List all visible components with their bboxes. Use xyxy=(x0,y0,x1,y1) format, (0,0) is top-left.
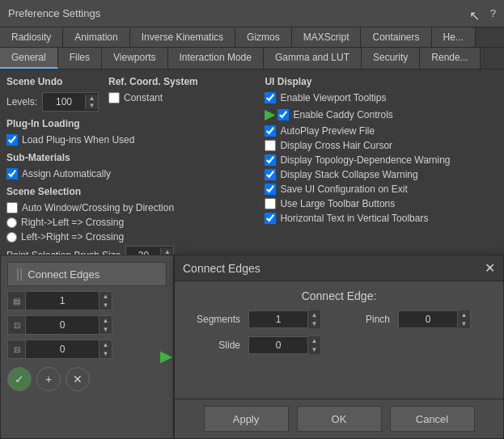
dialog-close-button[interactable]: ✕ xyxy=(485,260,495,276)
save-ui-checkbox[interactable] xyxy=(265,184,276,195)
auto-window-row[interactable]: Auto Window/Crossing by Direction xyxy=(6,202,255,213)
horizontal-text-row[interactable]: Horizontal Text in Vertical Toolbars xyxy=(265,213,498,224)
constant-checkbox-row[interactable]: Constant xyxy=(108,92,198,103)
caddy-controls-checkbox[interactable] xyxy=(277,109,289,120)
crosshair-checkbox[interactable] xyxy=(265,140,276,151)
tab-general[interactable]: General xyxy=(0,48,58,69)
green-arrow-indicator: ▶ xyxy=(160,348,172,365)
seg-up[interactable]: ▲ xyxy=(100,292,112,301)
tab-he[interactable]: He... xyxy=(432,27,476,47)
stack-collapse-checkbox[interactable] xyxy=(265,169,276,180)
confirm-button[interactable]: ✓ xyxy=(7,367,32,391)
ref-coord-section: Ref. Coord. System Constant xyxy=(108,76,198,112)
title-bar: Preference Settings ? ↖ xyxy=(0,0,504,27)
segments-dialog-val: 1 xyxy=(249,314,307,325)
tab-files[interactable]: Files xyxy=(58,48,102,69)
save-ui-row[interactable]: Save UI Configuration on Exit xyxy=(265,184,498,195)
pinch-up[interactable]: ▲ xyxy=(100,316,112,325)
slide-dlg-down[interactable]: ▼ xyxy=(308,345,320,354)
save-ui-label: Save UI Configuration on Exit xyxy=(280,184,407,195)
pinch-dlg-up[interactable]: ▲ xyxy=(458,310,470,319)
segments-spinbox[interactable]: 1 ▲ ▼ xyxy=(248,310,321,328)
cancel-button[interactable]: Cancel xyxy=(390,406,475,432)
pinch-down[interactable]: ▼ xyxy=(100,325,112,334)
drag-handle-icon[interactable]: || xyxy=(16,267,23,281)
autoplay-row[interactable]: AutoPlay Preview File xyxy=(265,125,498,137)
levels-spinbox[interactable]: 100 ▲ ▼ xyxy=(42,92,99,112)
levels-label: Levels: xyxy=(6,96,37,108)
autoplay-label: AutoPlay Preview File xyxy=(280,125,375,137)
radio-right-left-input[interactable] xyxy=(6,217,17,228)
slide-spinbox-panel[interactable]: ⊟ 0 ▲ ▼ xyxy=(7,340,112,359)
radio-left-right[interactable]: Left->Right => Crossing xyxy=(6,231,255,243)
cursor-indicator: ↖ xyxy=(469,8,480,23)
slide-up[interactable]: ▲ xyxy=(100,340,112,349)
connect-edges-dialog: Connect Edges ✕ Connect Edge: Segments 1… xyxy=(174,255,504,439)
auto-window-label: Auto Window/Crossing by Direction xyxy=(22,202,174,213)
dialog-heading: Connect Edge: xyxy=(188,289,490,302)
tab-inverse-kinematics[interactable]: Inverse Kinematics xyxy=(130,27,235,47)
auto-window-checkbox[interactable] xyxy=(6,202,18,213)
tab-render[interactable]: Rende... xyxy=(420,48,480,69)
slide-spinbox[interactable]: 0 ▲ ▼ xyxy=(248,336,321,354)
seg-dlg-up[interactable]: ▲ xyxy=(308,310,320,319)
segments-label: Segments xyxy=(188,314,240,325)
segments-field-row: Segments 1 ▲ ▼ xyxy=(188,310,321,328)
autoplay-checkbox[interactable] xyxy=(265,125,276,137)
tab-containers[interactable]: Containers xyxy=(361,27,431,47)
load-plugins-checkbox[interactable] xyxy=(6,134,18,146)
apply-button[interactable]: Apply xyxy=(204,406,289,432)
slide-down[interactable]: ▼ xyxy=(100,349,112,358)
segments-spinbox-panel[interactable]: ▤ 1 ▲ ▼ xyxy=(7,291,112,310)
help-button[interactable]: ? xyxy=(490,7,496,19)
viewport-tooltips-checkbox[interactable] xyxy=(265,92,276,103)
large-toolbar-checkbox[interactable] xyxy=(265,198,276,209)
load-plugins-row[interactable]: Load Plug-ins When Used xyxy=(6,134,255,146)
pinch-spinbox-panel[interactable]: ⊡ 0 ▲ ▼ xyxy=(7,315,112,335)
horizontal-text-checkbox[interactable] xyxy=(265,213,276,224)
enable-caddy-row: ▶ Enable Caddy Controls xyxy=(265,107,498,122)
large-toolbar-row[interactable]: Use Large Toolbar Buttons xyxy=(265,198,498,209)
levels-row: Levels: 100 ▲ ▼ xyxy=(6,92,99,112)
assign-auto-checkbox[interactable] xyxy=(6,168,18,179)
connect-edges-header: || Connect Edges xyxy=(7,262,167,286)
topology-checkbox[interactable] xyxy=(265,154,276,166)
tab-interaction-mode[interactable]: Interaction Mode xyxy=(168,48,264,69)
cancel-panel-button[interactable]: ✕ xyxy=(66,367,90,391)
radio-right-left-label: Right->Left => Crossing xyxy=(21,217,124,228)
crosshair-row[interactable]: Display Cross Hair Cursor xyxy=(265,140,498,151)
scene-selection-section: Scene Selection Auto Window/Crossing by … xyxy=(6,186,255,265)
add-button[interactable]: + xyxy=(36,367,61,391)
pinch-dlg-down[interactable]: ▼ xyxy=(458,319,470,328)
pinch-spinbox[interactable]: 0 ▲ ▼ xyxy=(398,310,471,328)
levels-up[interactable]: ▲ xyxy=(86,95,98,102)
radio-right-left[interactable]: Right->Left => Crossing xyxy=(6,217,255,228)
dialog-buttons: Apply OK Cancel xyxy=(175,399,503,438)
viewport-tooltips-row[interactable]: Enable Viewport Tooltips xyxy=(265,92,498,103)
tab-gizmos[interactable]: Gizmos xyxy=(235,27,292,47)
constant-checkbox[interactable] xyxy=(108,92,120,103)
tab-viewports[interactable]: Viewports xyxy=(102,48,167,69)
assign-auto-row[interactable]: Assign Automatically xyxy=(6,168,255,179)
levels-down[interactable]: ▼ xyxy=(86,102,98,109)
tab-gamma-lut[interactable]: Gamma and LUT xyxy=(264,48,362,69)
tab-radiosity[interactable]: Radiosity xyxy=(0,27,63,47)
slide-dlg-up[interactable]: ▲ xyxy=(308,336,320,345)
radio-left-right-label: Left->Right => Crossing xyxy=(21,231,124,243)
tabs-row-1: Radiosity Animation Inverse Kinematics G… xyxy=(0,27,504,48)
caddy-controls-row[interactable]: Enable Caddy Controls xyxy=(277,109,392,120)
stack-collapse-row[interactable]: Display Stack Collapse Warning xyxy=(265,169,498,180)
dialog-titlebar: Connect Edges ✕ xyxy=(175,255,503,281)
seg-dlg-down[interactable]: ▼ xyxy=(308,319,320,328)
topology-row[interactable]: Display Topology-Dependence Warning xyxy=(265,154,498,166)
tab-maxscript[interactable]: MAXScript xyxy=(292,27,362,47)
dialog-fields: Segments 1 ▲ ▼ Slide 0 ▲ xyxy=(188,310,490,354)
tab-security[interactable]: Security xyxy=(362,48,420,69)
segments-icon: ▤ xyxy=(8,292,26,310)
tab-animation[interactable]: Animation xyxy=(63,27,129,47)
ok-button[interactable]: OK xyxy=(297,406,382,432)
seg-down[interactable]: ▼ xyxy=(100,301,112,310)
slide-dialog-val: 0 xyxy=(249,340,307,351)
radio-left-right-input[interactable] xyxy=(6,232,17,243)
large-toolbar-label: Use Large Toolbar Buttons xyxy=(280,198,395,209)
